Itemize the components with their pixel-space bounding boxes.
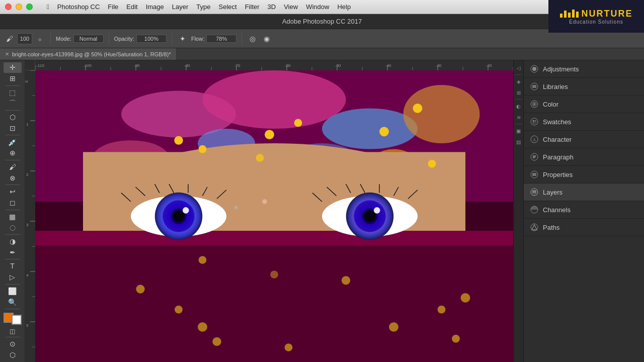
zoom-tool[interactable]: 🔍 [4, 297, 22, 307]
menu-apple[interactable]:  [47, 3, 49, 11]
lt-sep-1 [5, 85, 20, 86]
toggle-tool[interactable]: ⬡ [4, 349, 22, 360]
panel-icon-1[interactable]: ◈ [514, 77, 523, 86]
move-tool[interactable]: ✛ [4, 62, 22, 73]
eraser-tool[interactable]: ◻ [4, 198, 22, 208]
brush-tool-icon[interactable]: 🖌 [4, 33, 15, 44]
brush-tool-group: 🖌 100 ⬦ [4, 33, 45, 44]
brush-preset-icon[interactable]: ⬦ [34, 33, 45, 44]
panel-icon-2[interactable]: ⊞ [514, 88, 523, 97]
lt-sep-8 [5, 259, 20, 259]
artboard-tool[interactable]: ⊞ [4, 73, 22, 84]
blur-tool[interactable]: ◌ [4, 222, 22, 233]
lasso-tool[interactable]: ⌒ [4, 98, 22, 109]
panel-paragraph[interactable]: Paragraph [524, 148, 644, 166]
character-label: Character [543, 136, 572, 143]
menu-edit[interactable]: Edit [126, 3, 137, 11]
menu-layer[interactable]: Layer [172, 3, 189, 11]
svg-text:-100: -100 [84, 63, 92, 68]
flow-group: Flow: 78% [191, 35, 236, 43]
panel-icon-3[interactable]: ◐ [514, 102, 523, 111]
character-icon: A [530, 135, 539, 144]
stamp-tool[interactable]: ⊗ [4, 172, 22, 183]
menu-file[interactable]: File [108, 3, 118, 11]
crop-tool[interactable]: ⊡ [4, 123, 22, 134]
pen-pressure-icon[interactable]: ◉ [261, 33, 272, 44]
brush-tool[interactable]: 🖌 [4, 162, 22, 172]
heal-tool[interactable]: ⊕ [4, 148, 22, 158]
panel-channels[interactable]: Channels [524, 201, 644, 219]
opacity-value[interactable]: 100% [136, 35, 167, 43]
panel-color[interactable]: Color [524, 96, 644, 113]
ps-app: Adobe Photoshop CC 2017 🖌 100 ⬦ Mode: No… [0, 14, 644, 362]
menu-help[interactable]: Help [337, 3, 351, 11]
svg-point-94 [183, 207, 189, 214]
background-color[interactable] [12, 315, 22, 325]
shape-tool[interactable]: ⬜ [4, 286, 22, 296]
mac-close-btn[interactable] [5, 4, 12, 10]
svg-point-93 [173, 210, 185, 222]
panel-layers[interactable]: Layers [524, 184, 644, 201]
libraries-label: Libraries [543, 83, 568, 90]
close-tab-icon[interactable]: ✕ [5, 51, 9, 57]
properties-label: Properties [543, 171, 573, 178]
screen-mode-tool[interactable]: ⊙ [4, 339, 22, 349]
menu-select[interactable]: Select [219, 3, 237, 11]
adjustments-icon [530, 64, 539, 73]
menu-ps[interactable]: Photoshop CC [57, 3, 100, 11]
mac-fullscreen-btn[interactable] [26, 4, 33, 10]
svg-point-117 [234, 206, 237, 209]
gradient-tool[interactable]: ▦ [4, 211, 22, 222]
dodge-tool[interactable]: ◑ [4, 236, 22, 247]
menu-view[interactable]: View [284, 3, 298, 11]
flow-value[interactable]: 78% [206, 35, 236, 43]
menu-filter[interactable]: Filter [245, 3, 260, 11]
marquee-tool[interactable]: ⬚ [4, 87, 22, 98]
panel-properties[interactable]: Properties [524, 166, 644, 184]
svg-point-71 [174, 136, 183, 145]
panel-icon-4[interactable]: ≋ [514, 113, 523, 122]
menu-image[interactable]: Image [146, 3, 164, 11]
menu-type[interactable]: Type [196, 3, 210, 11]
opacity-label: Opacity: [114, 36, 134, 42]
panel-swatches[interactable]: Swatches [524, 113, 644, 131]
color-swatches[interactable] [4, 313, 22, 325]
svg-text:-50: -50 [335, 63, 341, 68]
canvas-image[interactable] [35, 70, 513, 362]
svg-rect-130 [533, 122, 534, 124]
quick-select-tool[interactable]: ⬡ [4, 112, 22, 123]
logo-bars-icon [560, 10, 579, 18]
menu-3d[interactable]: 3D [268, 3, 276, 11]
psl-sep-1 [515, 74, 522, 75]
type-tool[interactable]: T [4, 261, 22, 272]
pen-tool[interactable]: ✒ [4, 247, 22, 257]
lt-sep-11 [5, 337, 20, 337]
eyedropper-tool[interactable]: 💉 [4, 137, 22, 147]
panel-character[interactable]: A Character [524, 131, 644, 148]
svg-point-70 [294, 119, 302, 127]
panel-expand-icon[interactable]: ◁ [514, 63, 523, 72]
menu-window[interactable]: Window [306, 3, 329, 11]
canvas-area[interactable]: -110 -100 -90 -80 -70 -60 [25, 60, 513, 362]
pressure-icon[interactable]: ◎ [247, 33, 258, 44]
history-brush-tool[interactable]: ↩ [4, 187, 22, 197]
mask-mode[interactable]: ◫ [6, 327, 20, 335]
mode-select[interactable]: Normal [73, 35, 104, 43]
panel-icon-6[interactable]: ▤ [514, 137, 523, 146]
panel-adjustments[interactable]: Adjustments [524, 60, 644, 78]
adjustments-label: Adjustments [543, 65, 579, 73]
airbrush-icon[interactable]: ✦ [177, 33, 188, 44]
mac-minimize-btn[interactable] [16, 4, 22, 10]
svg-point-69 [265, 130, 274, 139]
layers-label: Layers [543, 189, 562, 196]
panels-container: Adjustments Libraries [523, 60, 644, 362]
lt-sep-9 [5, 284, 20, 285]
panel-paths[interactable]: Paths [524, 219, 644, 236]
path-select-tool[interactable]: ▷ [4, 272, 22, 283]
svg-text:1: 1 [26, 122, 29, 127]
svg-point-107 [374, 207, 380, 214]
panel-libraries[interactable]: Libraries [524, 78, 644, 96]
svg-point-106 [364, 210, 376, 222]
active-tab[interactable]: ✕ bright-color-eyes-413998.jpg @ 50% (Hu… [0, 48, 177, 60]
panel-icon-5[interactable]: ▣ [514, 126, 523, 135]
